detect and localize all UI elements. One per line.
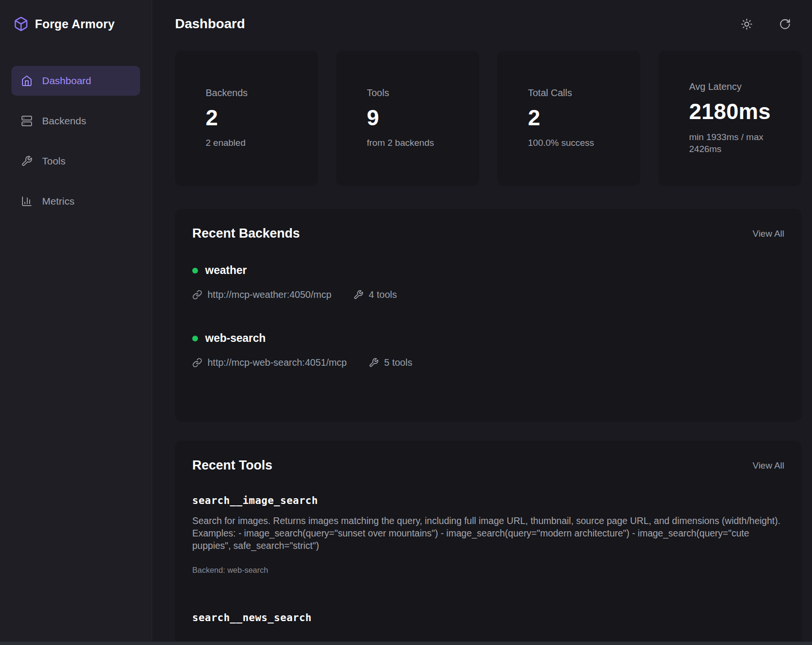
sidebar-nav: Dashboard Backends Tools (11, 66, 140, 216)
refresh-button[interactable] (779, 18, 791, 30)
app-root: Forge Armory Dashboard Backends (0, 0, 812, 645)
stat-sub: from 2 backends (367, 137, 449, 149)
tool-name: search__image_search (192, 495, 784, 506)
header-actions (740, 18, 801, 30)
theme-toggle-button[interactable] (740, 18, 753, 30)
backend-name: weather (205, 264, 247, 277)
stat-card-avg-latency: Avg Latency 2180ms min 1933ms / max 2426… (658, 51, 801, 186)
stat-sub: min 1933ms / max 2426ms (689, 131, 771, 155)
stat-value: 2 (528, 106, 610, 130)
tool-item-image-search[interactable]: search__image_search Search for images. … (192, 495, 784, 575)
box-logo-icon (13, 16, 29, 32)
backends-view-all-link[interactable]: View All (753, 229, 784, 239)
stat-label: Total Calls (528, 87, 610, 98)
sidebar-item-metrics[interactable]: Metrics (11, 186, 140, 216)
bar-chart-icon (21, 196, 33, 207)
backend-url: http://mcp-weather:4050/mcp (208, 289, 331, 300)
backend-name: web-search (205, 332, 266, 345)
backend-row-weather[interactable]: weather http://mcp-weather:4050/mcp (192, 264, 784, 300)
stats-row: Backends 2 2 enabled Tools 9 from 2 back… (175, 51, 801, 186)
recent-tools-header: Recent Tools View All (192, 458, 784, 473)
wrench-icon (353, 290, 363, 300)
home-icon (21, 75, 33, 87)
stat-label: Tools (367, 87, 449, 98)
stat-card-tools: Tools 9 from 2 backends (336, 51, 479, 186)
recent-tools-title: Recent Tools (192, 458, 273, 473)
page-header: Dashboard (175, 0, 801, 37)
stat-value: 9 (367, 106, 449, 130)
stat-sub: 100.0% success (528, 137, 610, 149)
wrench-icon (369, 358, 379, 368)
brand[interactable]: Forge Armory (11, 16, 140, 32)
wrench-icon (21, 155, 33, 167)
tools-view-all-link[interactable]: View All (753, 460, 784, 471)
backend-tool-count: 4 tools (369, 289, 397, 300)
stat-value: 2180ms (689, 99, 771, 124)
page-title: Dashboard (175, 16, 245, 32)
main-content: Dashboard Backends 2 2 enabled (152, 0, 812, 645)
recent-tools-panel: Recent Tools View All search__image_sear… (175, 441, 801, 645)
sidebar-item-label: Dashboard (42, 75, 91, 87)
sun-icon (741, 18, 753, 30)
recent-backends-header: Recent Backends View All (192, 226, 784, 241)
bottom-scrollbar[interactable] (0, 642, 812, 645)
tool-description: Search for images. Returns images matchi… (192, 515, 784, 552)
tool-item-news-search[interactable]: search__news_search (192, 612, 784, 623)
status-online-dot (192, 336, 198, 341)
refresh-icon (779, 18, 791, 30)
status-online-dot (192, 268, 198, 273)
tool-backend-label: Backend: web-search (192, 566, 784, 575)
recent-backends-panel: Recent Backends View All weather (175, 209, 801, 422)
backend-tool-count: 5 tools (384, 357, 412, 368)
recent-backends-title: Recent Backends (192, 226, 300, 241)
sidebar-item-dashboard[interactable]: Dashboard (11, 66, 140, 96)
tool-list: search__image_search Search for images. … (192, 495, 784, 623)
server-icon (21, 115, 33, 127)
sidebar-item-label: Backends (42, 115, 86, 127)
backend-row-web-search[interactable]: web-search http://mcp-web-search:4051/mc… (192, 332, 784, 368)
sidebar-item-tools[interactable]: Tools (11, 146, 140, 176)
stat-label: Avg Latency (689, 81, 771, 92)
stat-card-backends: Backends 2 2 enabled (175, 51, 318, 186)
backend-list: weather http://mcp-weather:4050/mcp (192, 264, 784, 368)
link-icon (192, 290, 202, 300)
backend-url: http://mcp-web-search:4051/mcp (208, 357, 347, 368)
sidebar: Forge Armory Dashboard Backends (0, 0, 152, 645)
stat-sub: 2 enabled (206, 137, 287, 149)
stat-value: 2 (206, 106, 287, 130)
sidebar-item-backends[interactable]: Backends (11, 106, 140, 136)
stat-card-total-calls: Total Calls 2 100.0% success (497, 51, 640, 186)
sidebar-item-label: Metrics (42, 196, 75, 207)
stat-label: Backends (206, 87, 287, 98)
tool-name: search__news_search (192, 612, 784, 623)
sidebar-item-label: Tools (42, 155, 66, 167)
app-title: Forge Armory (35, 17, 115, 31)
link-icon (192, 358, 202, 368)
